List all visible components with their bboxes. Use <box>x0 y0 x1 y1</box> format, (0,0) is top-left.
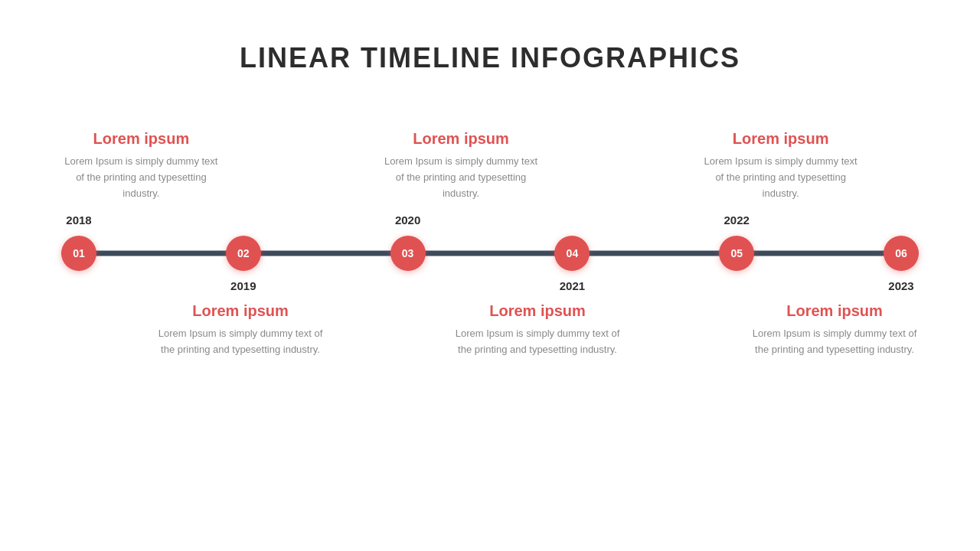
bottom-item-2-title: Lorem ipsum <box>453 302 622 320</box>
bottom-item-3: Lorem ipsum Lorem Ipsum is simply dummy … <box>750 302 919 358</box>
bottom-spacer-mid1 <box>358 302 420 358</box>
timeline-wrapper: Lorem ipsum Lorem Ipsum is simply dummy … <box>0 130 980 358</box>
top-item-1-text: Lorem Ipsum is simply dummy text of the … <box>61 154 221 201</box>
bottom-spacer-left <box>61 302 122 358</box>
bottom-item-3-text: Lorem Ipsum is simply dummy text of the … <box>750 326 919 358</box>
bottom-item-3-title: Lorem ipsum <box>750 302 919 320</box>
bottom-item-2-text: Lorem Ipsum is simply dummy text of the … <box>453 326 622 358</box>
year-2020: 2020 <box>390 214 426 227</box>
year-2021: 2021 <box>554 279 590 293</box>
top-item-2-title: Lorem ipsum <box>381 130 541 148</box>
year-2019: 2019 <box>226 279 261 293</box>
nodes-row: 01 02 03 04 05 06 <box>61 236 919 271</box>
node-02: 02 <box>226 236 261 271</box>
bottom-years-row: - 2019 - 2021 - 2023 <box>0 279 980 293</box>
node-04: 04 <box>554 236 590 271</box>
top-item-1: Lorem ipsum Lorem Ipsum is simply dummy … <box>61 130 221 201</box>
top-item-3-title: Lorem ipsum <box>701 130 861 148</box>
node-06: 06 <box>884 236 919 271</box>
node-01: 01 <box>61 236 96 271</box>
node-05: 05 <box>719 236 754 271</box>
page-title: LINEAR TIMELINE INFOGRAPHICS <box>240 42 740 74</box>
bottom-spacer-mid2 <box>655 302 717 358</box>
year-2022: 2022 <box>719 214 754 227</box>
top-item-3: Lorem ipsum Lorem Ipsum is simply dummy … <box>701 130 861 201</box>
top-years-row: 2018 - 2020 - 2022 - <box>0 214 980 227</box>
timeline-bar-container: 01 02 03 04 05 06 <box>0 230 980 276</box>
bottom-item-1: Lorem ipsum Lorem Ipsum is simply dummy … <box>156 302 325 358</box>
top-item-2: Lorem ipsum Lorem Ipsum is simply dummy … <box>381 130 541 201</box>
bottom-item-2: Lorem ipsum Lorem Ipsum is simply dummy … <box>453 302 622 358</box>
top-spacer-3 <box>861 130 919 201</box>
bottom-item-1-text: Lorem Ipsum is simply dummy text of the … <box>156 326 325 358</box>
top-spacer-2 <box>541 130 701 201</box>
year-2018: 2018 <box>61 214 96 227</box>
bottom-items-row: Lorem ipsum Lorem Ipsum is simply dummy … <box>0 302 980 358</box>
top-items-row: Lorem ipsum Lorem Ipsum is simply dummy … <box>0 130 980 201</box>
bottom-item-1-title: Lorem ipsum <box>156 302 325 320</box>
year-2023: 2023 <box>884 279 919 293</box>
slide: LINEAR TIMELINE INFOGRAPHICS Lorem ipsum… <box>0 0 980 551</box>
top-item-1-title: Lorem ipsum <box>61 130 221 148</box>
node-03: 03 <box>390 236 426 271</box>
top-item-3-text: Lorem Ipsum is simply dummy text of the … <box>701 154 861 201</box>
top-item-2-text: Lorem Ipsum is simply dummy text of the … <box>381 154 541 201</box>
top-spacer-1 <box>221 130 381 201</box>
